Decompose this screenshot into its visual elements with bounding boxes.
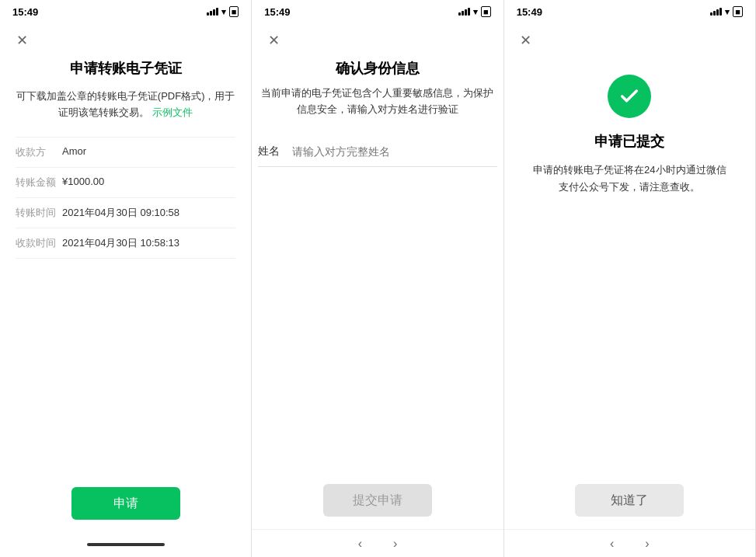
close-button-1[interactable]: ✕	[9, 28, 34, 53]
table-row-3: 收款时间 2021年04月30日 10:58:13	[16, 228, 235, 259]
time-2: 15:49	[264, 6, 290, 18]
know-button[interactable]: 知道了	[575, 484, 684, 517]
home-indicator-1	[0, 532, 251, 557]
status-bar-2: 15:49 ▾ ■	[252, 0, 503, 22]
time-3: 15:49	[517, 6, 542, 18]
screen-verify: 15:49 ▾ ■ ✕ 确认身份信息 当前申请的电子凭证包含个人重要敏感信息，为…	[252, 0, 503, 557]
bottom-nav-3: ‹ ›	[504, 529, 755, 557]
value-transfer-time: 2021年04月30日 09:10:58	[62, 206, 179, 220]
verify-desc: 当前申请的电子凭证包含个人重要敏感信息，为保护信息安全，请输入对方姓名进行验证	[252, 85, 503, 118]
screen1-desc: 可下载加盖公章的转账电子凭证(PDF格式)，用于证明该笔转账交易。 示例文件	[16, 89, 235, 121]
name-input-row: 姓名	[258, 137, 496, 167]
signal-icon-3	[710, 8, 722, 16]
label-amount: 转账金额	[16, 176, 62, 190]
status-bar-1: 15:49 ▾ ■	[0, 0, 251, 22]
screen1-title: 申请转账电子凭证	[16, 59, 235, 78]
close-button-2[interactable]: ✕	[261, 28, 286, 53]
battery-icon-1: ■	[229, 6, 239, 17]
next-arrow-2[interactable]: ›	[387, 534, 403, 554]
screen1-content: 申请转账电子凭证 可下载加盖公章的转账电子凭证(PDF格式)，用于证明该笔转账交…	[0, 59, 251, 557]
success-desc: 申请的转账电子凭证将在24小时内通过微信支付公众号下发，请注意查收。	[520, 162, 740, 196]
prev-arrow-3[interactable]: ‹	[604, 534, 620, 554]
table-row-1: 转账金额 ¥1000.00	[16, 168, 235, 198]
info-table: 收款方 Amor 转账金额 ¥1000.00 转账时间 2021年04月30日 …	[16, 137, 235, 259]
battery-icon-2: ■	[481, 6, 491, 17]
apply-button[interactable]: 申请	[71, 487, 180, 520]
prev-arrow-2[interactable]: ‹	[352, 534, 368, 554]
wifi-icon-1: ▾	[221, 7, 226, 17]
signal-icon-2	[458, 8, 470, 16]
screen3-body: 申请已提交 申请的转账电子凭证将在24小时内通过微信支付公众号下发，请注意查收。	[504, 59, 755, 211]
close-button-3[interactable]: ✕	[514, 28, 538, 53]
value-amount: ¥1000.00	[62, 176, 104, 190]
success-icon	[608, 75, 651, 118]
screen3-content: 申请已提交 申请的转账电子凭证将在24小时内通过微信支付公众号下发，请注意查收。…	[504, 59, 755, 557]
label-receiver: 收款方	[16, 145, 62, 159]
status-bar-3: 15:49 ▾ ■	[504, 0, 755, 22]
table-row-0: 收款方 Amor	[16, 138, 235, 168]
value-receive-time: 2021年04月30日 10:58:13	[62, 236, 179, 250]
screen2-content: 确认身份信息 当前申请的电子凭证包含个人重要敏感信息，为保护信息安全，请输入对方…	[252, 59, 503, 557]
screen2-body: 确认身份信息 当前申请的电子凭证包含个人重要敏感信息，为保护信息安全，请输入对方…	[252, 59, 503, 183]
battery-icon-3: ■	[733, 6, 743, 17]
example-link[interactable]: 示例文件	[152, 106, 193, 118]
screen1-body: 申请转账电子凭证 可下载加盖公章的转账电子凭证(PDF格式)，用于证明该笔转账交…	[0, 59, 251, 266]
time-1: 15:49	[12, 6, 38, 18]
wifi-icon-2: ▾	[473, 7, 478, 17]
bottom-nav-2: ‹ ›	[252, 529, 503, 557]
label-transfer-time: 转账时间	[16, 206, 62, 220]
value-receiver: Amor	[62, 145, 86, 159]
status-icons-1: ▾ ■	[207, 6, 239, 17]
table-row-2: 转账时间 2021年04月30日 09:10:58	[16, 198, 235, 228]
screen-success: 15:49 ▾ ■ ✕ 申请已提交 申请的转账电子凭证将在24小时内通过微信支付…	[504, 0, 756, 557]
name-label: 姓名	[258, 144, 280, 158]
wifi-icon-3: ▾	[725, 7, 730, 17]
success-title: 申请已提交	[594, 132, 664, 151]
screen2-title: 确认身份信息	[252, 59, 503, 78]
name-input[interactable]	[292, 145, 496, 158]
signal-icon-1	[207, 8, 218, 16]
next-arrow-3[interactable]: ›	[639, 534, 655, 554]
screen-apply: 15:49 ▾ ■ ✕ 申请转账电子凭证 可下载加盖公章的转账电子凭证(PDF格…	[0, 0, 252, 557]
status-icons-2: ▾ ■	[458, 6, 491, 17]
status-icons-3: ▾ ■	[710, 6, 743, 17]
submit-button[interactable]: 提交申请	[323, 484, 432, 517]
label-receive-time: 收款时间	[16, 236, 62, 250]
